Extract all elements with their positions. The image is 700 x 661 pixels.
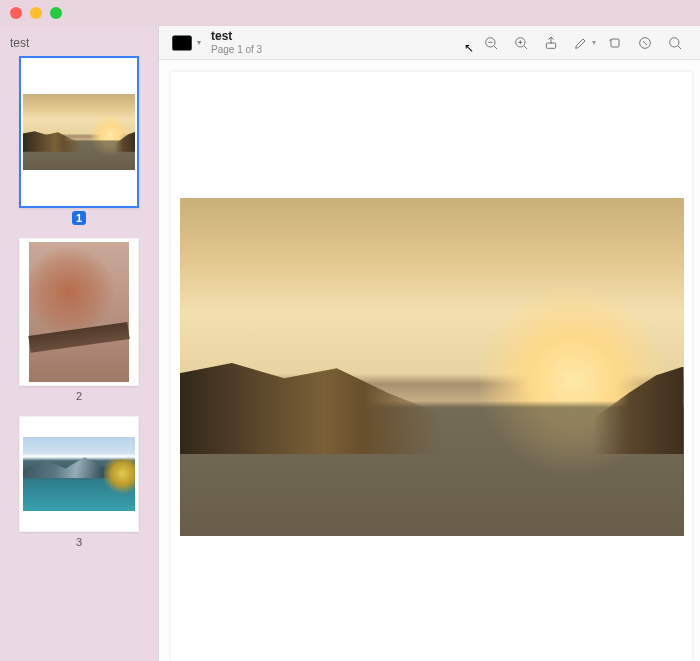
zoom-out-button[interactable]: [476, 32, 506, 54]
rotate-button[interactable]: [600, 32, 630, 54]
svg-rect-0: [172, 35, 192, 50]
page-indicator: Page 1 of 3: [211, 44, 262, 55]
zoom-in-icon: [513, 35, 529, 51]
app-body: test 1 2 3 ▾ test Page 1 of 3 ↖: [0, 26, 700, 661]
search-icon: [667, 35, 683, 51]
thumbnail-page-3[interactable]: [19, 416, 139, 532]
document-canvas[interactable]: [159, 60, 700, 661]
thumbnail-image-2: [29, 242, 129, 382]
rotate-icon: [607, 35, 623, 51]
page-1: [171, 72, 692, 661]
chevron-down-icon: ▾: [592, 38, 596, 47]
thumbnail-label-1: 1: [10, 212, 148, 224]
zoom-in-button[interactable]: [506, 32, 536, 54]
content-pane: ▾ test Page 1 of 3 ↖ ▾: [158, 26, 700, 661]
svg-point-12: [670, 37, 679, 46]
thumbnail-page-1[interactable]: [19, 56, 139, 208]
thumbnail-label-2: 2: [10, 390, 148, 402]
svg-line-13: [678, 46, 681, 49]
svg-rect-10: [611, 39, 619, 47]
thumbnail-image-3: [23, 437, 135, 511]
sidebar-title: test: [10, 36, 148, 50]
zoom-out-icon: [483, 35, 499, 51]
thumbnail-image-1: [23, 94, 135, 170]
window-titlebar: [0, 0, 700, 26]
thumbnail-label-3: 3: [10, 536, 148, 548]
document-title: test: [211, 30, 262, 43]
page-1-image: [180, 198, 684, 536]
minimize-window-button[interactable]: [30, 7, 42, 19]
chevron-down-icon: ▾: [197, 38, 201, 47]
highlight-icon: [637, 35, 653, 51]
toolbar: ▾ test Page 1 of 3 ↖ ▾: [159, 26, 700, 60]
markup-icon: [573, 35, 589, 51]
document-title-block: test Page 1 of 3: [211, 30, 262, 54]
thumbnail-page-2[interactable]: [19, 238, 139, 386]
highlight-button[interactable]: [630, 32, 660, 54]
thumbnail-sidebar: test 1 2 3: [0, 26, 158, 661]
svg-line-6: [524, 46, 527, 49]
share-button[interactable]: [536, 32, 566, 54]
close-window-button[interactable]: [10, 7, 22, 19]
sidebar-toggle-button[interactable]: [169, 32, 195, 54]
sidebar-toggle-icon: [169, 30, 195, 56]
mouse-cursor-icon: ↖: [464, 41, 474, 55]
search-button[interactable]: [660, 32, 690, 54]
share-icon: [543, 35, 559, 51]
svg-rect-9: [546, 43, 555, 48]
zoom-window-button[interactable]: [50, 7, 62, 19]
svg-line-3: [494, 46, 497, 49]
